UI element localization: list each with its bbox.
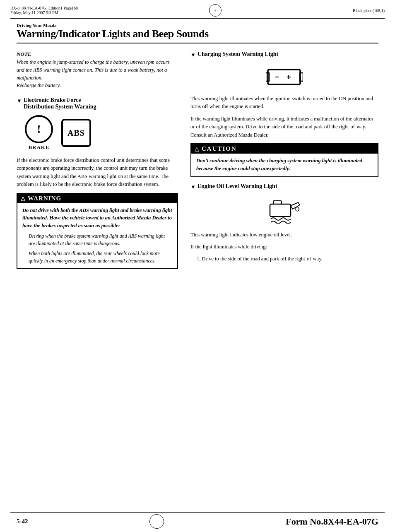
warning-triangle-icon: △ [21,195,25,202]
svg-rect-2 [300,73,303,81]
warning-box: △ WARNING Do not drive with both the ABS… [17,193,178,269]
right-column: ▼ Charging System Warning Light − [190,51,378,274]
header-line1: RX-8_8X44-EA-07G_Edition1 Page168 [10,6,78,10]
battery-icon-wrap: − + [190,65,378,87]
svg-text:−: − [275,73,279,81]
triangle-icon-oil: ▼ [190,184,196,190]
abs-text: ABS [67,128,85,138]
charging-heading-text: Charging System Warning Light [198,51,278,58]
header-line2: Friday, May 11 2007 5:3 PM [10,10,78,15]
brake-exclamation: ! [37,123,41,135]
oil-body2: If the light illuminates while driving: [190,243,378,251]
warning-sub2-text: When both lights are illuminated, the re… [29,250,160,264]
warning-sub2: When both lights are illuminated, the re… [29,250,172,265]
main-content: Driving Your Mazda Warning/Indicator Lig… [0,19,395,283]
oil-body1: This warning light indicates low engine … [190,231,378,239]
footer-content: 5-42 Form No.8X44-EA-07G [0,513,395,532]
note-text: When the engine is jump-started to charg… [17,58,178,89]
page-wrapper: RX-8_8X44-EA-07G_Edition1 Page168 Friday… [0,0,395,532]
caution-box: △ CAUTION Don't continue driving when th… [190,143,378,177]
warning-header: △ WARNING [17,194,177,203]
caution-title: CAUTION [202,145,237,152]
charging-body2: If the warning light illuminates while d… [190,115,378,139]
brake-icon-wrap: ! BRAKE [25,115,53,151]
svg-rect-0 [268,70,300,84]
oil-icon-svg [266,197,303,224]
note-title: NOTE [17,51,178,58]
oil-heading-text: Engine Oil Level Warning Light [198,183,277,190]
oil-step1: 1. Drive to the side of the road and par… [197,255,378,263]
page-footer: 5-42 Form No.8X44-EA-07G [0,512,395,532]
caution-header: △ CAUTION [191,144,378,154]
header-right: Black plate (168,1) [353,8,385,13]
header-center-circle: + [209,4,222,17]
header-left: RX-8_8X44-EA-07G_Edition1 Page168 Friday… [10,6,78,15]
page-header-row: RX-8_8X44-EA-07G_Edition1 Page168 Friday… [0,0,395,17]
note-box: NOTE When the engine is jump-started to … [17,51,178,89]
footer-circle [149,514,164,529]
oil-step1-text: Drive to the side of the road and park o… [202,256,323,262]
triangle-icon-ebf: ▼ [17,98,22,104]
ebf-heading-text: Electronic Brake ForceDistribution Syste… [24,97,96,110]
ebf-icons-row: ! BRAKE ABS [25,115,178,151]
two-col-layout: NOTE When the engine is jump-started to … [17,51,378,274]
abs-icon-wrap: ABS [61,119,91,147]
brake-circle-icon: ! [25,115,53,143]
caution-triangle-icon: △ [195,145,199,152]
triangle-icon-charging: ▼ [190,52,196,58]
black-plate-text: Black plate (168,1) [353,8,385,13]
warning-sub1: Driving when the brake system warning li… [29,232,172,247]
page-number: 5-42 [17,518,28,525]
charging-body1: This warning light illuminates when the … [190,95,378,111]
brake-label: BRAKE [28,144,49,151]
header-circle-mark: + [209,4,222,17]
charging-heading: ▼ Charging System Warning Light [190,51,378,58]
oil-heading: ▼ Engine Oil Level Warning Light [190,183,378,190]
battery-icon-svg: − + [266,65,303,87]
form-number: Form No.8X44-EA-07G [286,516,378,527]
warning-sub1-text: Driving when the brake system warning li… [29,233,165,246]
svg-text:+: + [287,73,291,81]
svg-point-7 [296,207,299,211]
breadcrumb: Driving Your Mazda [17,23,378,28]
ebf-body-text: If the electronic brake force distributi… [17,156,178,189]
svg-rect-5 [270,204,291,217]
page-title: Warning/Indicator Lights and Beep Sounds [17,28,378,40]
ebf-heading: ▼ Electronic Brake ForceDistribution Sys… [17,97,178,110]
warning-main-text: Do not drive with both the ABS warning l… [22,207,172,230]
left-column: NOTE When the engine is jump-started to … [17,51,178,274]
oil-icon-wrap [190,197,378,224]
title-divider [17,43,378,43]
warning-title: WARNING [28,195,61,202]
caution-text: Don't continue driving when the charging… [196,157,373,173]
